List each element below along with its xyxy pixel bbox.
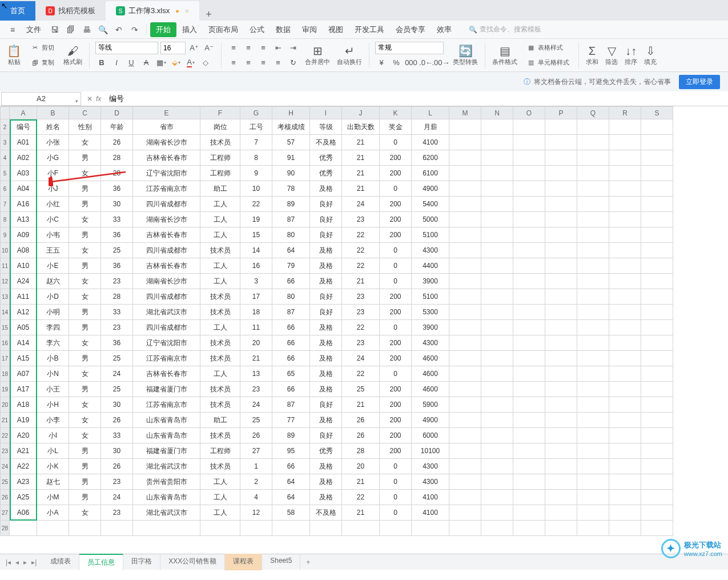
col-header-K[interactable]: K xyxy=(380,107,412,119)
cell[interactable]: 4100 xyxy=(412,505,449,521)
cell[interactable]: 5400 xyxy=(412,197,449,212)
cell[interactable]: 助工 xyxy=(200,413,240,428)
cell[interactable]: 湖南省长沙市 xyxy=(133,274,200,289)
cell[interactable]: 女 xyxy=(69,274,101,289)
cell[interactable]: 200 xyxy=(380,397,412,413)
cell[interactable]: 4300 xyxy=(412,459,449,474)
login-button[interactable]: 立即登录 xyxy=(679,75,720,89)
col-header-P[interactable]: P xyxy=(545,107,577,119)
cell[interactable]: 66 xyxy=(272,335,310,351)
cell[interactable]: 23 xyxy=(101,474,133,490)
cell[interactable]: 4600 xyxy=(412,366,449,382)
cell[interactable]: 200 xyxy=(380,443,412,459)
cell[interactable]: 33 xyxy=(101,212,133,227)
cell[interactable]: 男 xyxy=(69,459,101,474)
cell[interactable]: 10100 xyxy=(412,443,449,459)
cell[interactable]: 89 xyxy=(272,197,310,212)
header-cell[interactable]: 奖金 xyxy=(380,119,412,135)
header-cell[interactable]: 姓名 xyxy=(37,119,69,135)
table-style-button[interactable]: ▦表格样式 xyxy=(523,42,573,54)
header-cell[interactable]: 等级 xyxy=(310,119,342,135)
cell[interactable]: 及格 xyxy=(310,335,342,351)
cell[interactable]: 及格 xyxy=(310,181,342,197)
cell[interactable]: 80 xyxy=(272,289,310,305)
cell[interactable]: 2 xyxy=(240,474,272,490)
align-center-icon[interactable]: ≡ xyxy=(242,57,255,69)
row-header-2[interactable]: 2 xyxy=(1,119,10,135)
cell[interactable]: 四川省成都市 xyxy=(133,243,200,258)
cell[interactable]: 25 xyxy=(101,243,133,258)
cell[interactable]: 24 xyxy=(342,197,380,212)
cell[interactable]: 11 xyxy=(240,320,272,335)
col-header-G[interactable]: G xyxy=(240,107,272,119)
col-header-L[interactable]: L xyxy=(412,107,449,119)
percent-icon[interactable]: % xyxy=(390,57,403,69)
cell[interactable]: 湖北省武汉市 xyxy=(133,505,200,521)
row-header-6[interactable]: 6 xyxy=(1,181,10,197)
align-justify-icon[interactable]: ≡ xyxy=(272,57,284,69)
cell[interactable]: 小N xyxy=(37,366,69,382)
cell[interactable]: A11 xyxy=(10,289,37,305)
tab-file[interactable]: S 工作簿3.xlsx ● ○ xyxy=(106,1,199,21)
cell[interactable]: 吉林省长春市 xyxy=(133,258,200,274)
cell[interactable]: 工人 xyxy=(200,274,240,289)
new-tab-button[interactable]: + xyxy=(199,9,219,21)
print-icon[interactable]: 🖶 xyxy=(81,23,93,36)
cell[interactable]: 23 xyxy=(101,505,133,521)
cell[interactable]: 33 xyxy=(101,305,133,320)
align-right-icon[interactable]: ≡ xyxy=(257,57,270,69)
cell[interactable]: 技术员 xyxy=(200,335,240,351)
col-header-R[interactable]: R xyxy=(609,107,641,119)
indent-dec-icon[interactable]: ⇤ xyxy=(272,42,284,54)
cell[interactable]: 技术员 xyxy=(200,289,240,305)
cell[interactable]: 22 xyxy=(342,243,380,258)
cell[interactable]: A07 xyxy=(10,366,37,382)
cell[interactable]: 工人 xyxy=(200,212,240,227)
row-header-26[interactable]: 26 xyxy=(1,490,10,505)
cell[interactable]: 25 xyxy=(101,382,133,397)
cell[interactable]: A12 xyxy=(10,305,37,320)
row-header-13[interactable]: 13 xyxy=(1,289,10,305)
cell[interactable]: 3 xyxy=(240,274,272,289)
row-header-7[interactable]: 7 xyxy=(1,197,10,212)
cell[interactable]: 良好 xyxy=(310,397,342,413)
cell[interactable]: A25 xyxy=(10,490,37,505)
cell[interactable]: 4300 xyxy=(412,243,449,258)
indent-inc-icon[interactable]: ⇥ xyxy=(287,42,299,54)
cell[interactable]: 4 xyxy=(240,490,272,505)
menu-视图[interactable]: 视图 xyxy=(323,22,349,37)
redo-icon[interactable]: ↷ xyxy=(128,23,141,36)
cell[interactable]: 女 xyxy=(69,505,101,521)
cut-button[interactable]: ✂剪切 xyxy=(27,42,58,54)
cell[interactable]: 良好 xyxy=(310,428,342,443)
cell[interactable]: 湖北省武汉市 xyxy=(133,459,200,474)
cell[interactable]: 工人 xyxy=(200,227,240,243)
row-header-4[interactable]: 4 xyxy=(1,150,10,166)
cell[interactable]: 57 xyxy=(272,135,310,150)
thousand-icon[interactable]: 000 xyxy=(405,57,417,69)
align-top-icon[interactable]: ≡ xyxy=(227,42,240,54)
cell[interactable]: 6000 xyxy=(412,428,449,443)
cell[interactable]: 4100 xyxy=(412,135,449,150)
cell[interactable]: A03 xyxy=(10,166,37,181)
sort-button[interactable]: ↓↑排序 xyxy=(621,43,641,67)
cell[interactable]: 21 xyxy=(342,150,380,166)
cell[interactable]: 不及格 xyxy=(310,135,342,150)
cell[interactable]: 26 xyxy=(101,413,133,428)
cell[interactable]: 30 xyxy=(101,397,133,413)
cell[interactable]: 21 xyxy=(240,351,272,366)
row-header-5[interactable]: 5 xyxy=(1,166,10,181)
cell[interactable]: A09 xyxy=(10,227,37,243)
cell[interactable]: 良好 xyxy=(310,227,342,243)
cell[interactable]: 36 xyxy=(101,258,133,274)
cell[interactable]: 良好 xyxy=(310,305,342,320)
cell[interactable]: 5300 xyxy=(412,305,449,320)
cell[interactable]: 及格 xyxy=(310,243,342,258)
cell[interactable]: 0 xyxy=(380,505,412,521)
align-left-icon[interactable]: ≡ xyxy=(227,57,240,69)
cell[interactable]: 23 xyxy=(101,320,133,335)
cell[interactable]: 64 xyxy=(272,474,310,490)
cell[interactable]: 79 xyxy=(272,258,310,274)
col-header-I[interactable]: I xyxy=(310,107,342,119)
sheet-tab-员工信息[interactable]: 员工信息 xyxy=(79,554,123,570)
